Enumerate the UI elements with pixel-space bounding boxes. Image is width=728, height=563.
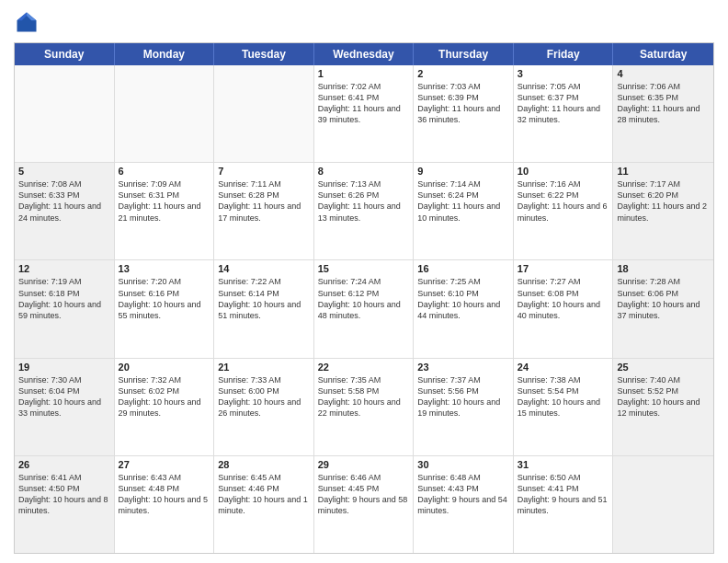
- day-number: 28: [218, 459, 310, 470]
- header-day-thursday: Thursday: [414, 43, 514, 65]
- day-number: 20: [119, 362, 210, 373]
- day-number: 15: [318, 263, 410, 274]
- day-number: 12: [18, 263, 110, 274]
- header: [14, 9, 714, 35]
- day-number: 16: [417, 263, 509, 274]
- cell-text: Sunrise: 7:08 AM Sunset: 6:33 PM Dayligh…: [18, 178, 110, 224]
- calendar-week-3: 12Sunrise: 7:19 AM Sunset: 6:18 PM Dayli…: [15, 260, 713, 358]
- page: SundayMondayTuesdayWednesdayThursdayFrid…: [0, 0, 728, 563]
- calendar-cell: 7Sunrise: 7:11 AM Sunset: 6:28 PM Daylig…: [214, 163, 314, 259]
- calendar-cell: 21Sunrise: 7:33 AM Sunset: 6:00 PM Dayli…: [214, 359, 314, 455]
- day-number: 23: [417, 362, 509, 373]
- cell-text: Sunrise: 7:06 AM Sunset: 6:35 PM Dayligh…: [617, 81, 710, 126]
- day-number: 29: [318, 459, 410, 470]
- header-day-monday: Monday: [115, 43, 215, 65]
- cell-text: Sunrise: 7:09 AM Sunset: 6:31 PM Dayligh…: [119, 178, 210, 224]
- cell-text: Sunrise: 7:33 AM Sunset: 6:00 PM Dayligh…: [218, 374, 310, 419]
- cell-text: Sunrise: 7:27 AM Sunset: 6:08 PM Dayligh…: [518, 276, 609, 321]
- cell-text: Sunrise: 6:48 AM Sunset: 4:43 PM Dayligh…: [417, 472, 509, 517]
- day-number: 4: [617, 68, 710, 79]
- calendar-header-row: SundayMondayTuesdayWednesdayThursdayFrid…: [15, 43, 713, 65]
- calendar-cell: 31Sunrise: 6:50 AM Sunset: 4:41 PM Dayli…: [514, 456, 614, 553]
- calendar-cell: [115, 65, 215, 162]
- calendar-cell: 3Sunrise: 7:05 AM Sunset: 6:37 PM Daylig…: [514, 65, 614, 162]
- calendar-cell: 8Sunrise: 7:13 AM Sunset: 6:26 PM Daylig…: [314, 163, 415, 259]
- day-number: 27: [119, 459, 210, 470]
- cell-text: Sunrise: 7:13 AM Sunset: 6:26 PM Dayligh…: [318, 178, 410, 224]
- calendar-cell: 16Sunrise: 7:25 AM Sunset: 6:10 PM Dayli…: [414, 260, 514, 357]
- header-day-tuesday: Tuesday: [214, 43, 314, 65]
- cell-text: Sunrise: 7:22 AM Sunset: 6:14 PM Dayligh…: [218, 276, 310, 321]
- calendar-cell: 25Sunrise: 7:40 AM Sunset: 5:52 PM Dayli…: [613, 359, 713, 455]
- day-number: 1: [318, 68, 410, 79]
- day-number: 25: [617, 362, 710, 373]
- calendar-cell: 19Sunrise: 7:30 AM Sunset: 6:04 PM Dayli…: [15, 359, 115, 455]
- cell-text: Sunrise: 7:25 AM Sunset: 6:10 PM Dayligh…: [417, 276, 509, 321]
- calendar-cell: 20Sunrise: 7:32 AM Sunset: 6:02 PM Dayli…: [115, 359, 215, 455]
- day-number: 5: [18, 166, 110, 177]
- day-number: 11: [617, 166, 710, 177]
- cell-text: Sunrise: 7:14 AM Sunset: 6:24 PM Dayligh…: [417, 178, 509, 224]
- day-number: 14: [218, 263, 310, 274]
- calendar-cell: 10Sunrise: 7:16 AM Sunset: 6:22 PM Dayli…: [514, 163, 614, 259]
- day-number: 31: [518, 459, 609, 470]
- calendar-cell: 15Sunrise: 7:24 AM Sunset: 6:12 PM Dayli…: [314, 260, 415, 357]
- cell-text: Sunrise: 7:35 AM Sunset: 5:58 PM Dayligh…: [318, 374, 410, 419]
- cell-text: Sunrise: 6:45 AM Sunset: 4:46 PM Dayligh…: [218, 472, 310, 517]
- calendar-cell: 2Sunrise: 7:03 AM Sunset: 6:39 PM Daylig…: [414, 65, 514, 162]
- calendar-cell: [15, 65, 115, 162]
- calendar-cell: 1Sunrise: 7:02 AM Sunset: 6:41 PM Daylig…: [314, 65, 415, 162]
- calendar-cell: 13Sunrise: 7:20 AM Sunset: 6:16 PM Dayli…: [115, 260, 215, 357]
- calendar-cell: 29Sunrise: 6:46 AM Sunset: 4:45 PM Dayli…: [314, 456, 415, 553]
- day-number: 22: [318, 362, 410, 373]
- calendar: SundayMondayTuesdayWednesdayThursdayFrid…: [14, 42, 714, 554]
- calendar-cell: 12Sunrise: 7:19 AM Sunset: 6:18 PM Dayli…: [15, 260, 115, 357]
- day-number: 6: [119, 166, 210, 177]
- logo: [14, 9, 43, 35]
- cell-text: Sunrise: 7:20 AM Sunset: 6:16 PM Dayligh…: [119, 276, 210, 321]
- cell-text: Sunrise: 7:02 AM Sunset: 6:41 PM Dayligh…: [318, 81, 410, 126]
- header-day-wednesday: Wednesday: [314, 43, 415, 65]
- calendar-cell: 6Sunrise: 7:09 AM Sunset: 6:31 PM Daylig…: [115, 163, 215, 259]
- logo-icon: [14, 9, 40, 35]
- day-number: 3: [518, 68, 609, 79]
- cell-text: Sunrise: 7:32 AM Sunset: 6:02 PM Dayligh…: [119, 374, 210, 419]
- calendar-cell: 4Sunrise: 7:06 AM Sunset: 6:35 PM Daylig…: [613, 65, 713, 162]
- cell-text: Sunrise: 6:41 AM Sunset: 4:50 PM Dayligh…: [18, 472, 110, 517]
- cell-text: Sunrise: 7:30 AM Sunset: 6:04 PM Dayligh…: [18, 374, 110, 419]
- day-number: 26: [18, 459, 110, 470]
- calendar-cell: 22Sunrise: 7:35 AM Sunset: 5:58 PM Dayli…: [314, 359, 415, 455]
- calendar-week-5: 26Sunrise: 6:41 AM Sunset: 4:50 PM Dayli…: [15, 456, 713, 553]
- calendar-cell: 9Sunrise: 7:14 AM Sunset: 6:24 PM Daylig…: [414, 163, 514, 259]
- calendar-cell: 11Sunrise: 7:17 AM Sunset: 6:20 PM Dayli…: [613, 163, 713, 259]
- calendar-cell: 27Sunrise: 6:43 AM Sunset: 4:48 PM Dayli…: [115, 456, 215, 553]
- calendar-week-1: 1Sunrise: 7:02 AM Sunset: 6:41 PM Daylig…: [15, 65, 713, 163]
- calendar-cell: 18Sunrise: 7:28 AM Sunset: 6:06 PM Dayli…: [613, 260, 713, 357]
- cell-text: Sunrise: 7:03 AM Sunset: 6:39 PM Dayligh…: [417, 81, 509, 126]
- calendar-cell: 14Sunrise: 7:22 AM Sunset: 6:14 PM Dayli…: [214, 260, 314, 357]
- calendar-cell: [613, 456, 713, 553]
- calendar-cell: 30Sunrise: 6:48 AM Sunset: 4:43 PM Dayli…: [414, 456, 514, 553]
- cell-text: Sunrise: 7:05 AM Sunset: 6:37 PM Dayligh…: [518, 81, 609, 126]
- calendar-cell: 24Sunrise: 7:38 AM Sunset: 5:54 PM Dayli…: [514, 359, 614, 455]
- header-day-saturday: Saturday: [613, 43, 713, 65]
- cell-text: Sunrise: 7:16 AM Sunset: 6:22 PM Dayligh…: [518, 178, 609, 224]
- cell-text: Sunrise: 7:38 AM Sunset: 5:54 PM Dayligh…: [518, 374, 609, 419]
- day-number: 24: [518, 362, 609, 373]
- day-number: 2: [417, 68, 509, 79]
- calendar-cell: 28Sunrise: 6:45 AM Sunset: 4:46 PM Dayli…: [214, 456, 314, 553]
- day-number: 17: [518, 263, 609, 274]
- cell-text: Sunrise: 7:11 AM Sunset: 6:28 PM Dayligh…: [218, 178, 310, 224]
- header-day-sunday: Sunday: [15, 43, 115, 65]
- cell-text: Sunrise: 7:37 AM Sunset: 5:56 PM Dayligh…: [417, 374, 509, 419]
- cell-text: Sunrise: 6:43 AM Sunset: 4:48 PM Dayligh…: [119, 472, 210, 517]
- calendar-week-2: 5Sunrise: 7:08 AM Sunset: 6:33 PM Daylig…: [15, 163, 713, 260]
- cell-text: Sunrise: 7:28 AM Sunset: 6:06 PM Dayligh…: [617, 276, 710, 321]
- cell-text: Sunrise: 7:17 AM Sunset: 6:20 PM Dayligh…: [617, 178, 710, 224]
- cell-text: Sunrise: 6:46 AM Sunset: 4:45 PM Dayligh…: [318, 472, 410, 517]
- day-number: 8: [318, 166, 410, 177]
- calendar-cell: 26Sunrise: 6:41 AM Sunset: 4:50 PM Dayli…: [15, 456, 115, 553]
- day-number: 19: [18, 362, 110, 373]
- cell-text: Sunrise: 7:19 AM Sunset: 6:18 PM Dayligh…: [18, 276, 110, 321]
- cell-text: Sunrise: 7:40 AM Sunset: 5:52 PM Dayligh…: [617, 374, 710, 419]
